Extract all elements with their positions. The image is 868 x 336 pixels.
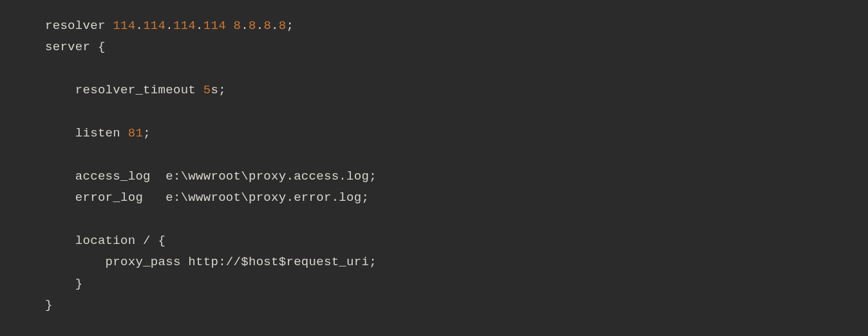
token-dot: . xyxy=(196,19,203,33)
token-dot: . xyxy=(241,19,249,33)
code-line-13: } xyxy=(45,277,83,291)
token-text: proxy_pass http://$host$request_uri; xyxy=(45,255,377,269)
token-text: s; xyxy=(211,83,225,97)
token-number: 114 xyxy=(143,19,165,33)
token-brace: } xyxy=(45,277,83,291)
token-text: server { xyxy=(45,40,106,54)
token-number: 81 xyxy=(128,126,143,140)
token-text: error_log e:\wwwroot\proxy.error.log; xyxy=(45,191,369,205)
token-directive: resolver xyxy=(45,19,113,33)
token-dot: . xyxy=(271,19,279,33)
token-dot: . xyxy=(256,19,264,33)
token-number: 114 xyxy=(113,19,135,33)
token-semicolon: ; xyxy=(287,19,294,33)
code-line-8: access_log e:\wwwroot\proxy.access.log; xyxy=(45,169,377,183)
token-number: 114 xyxy=(203,19,226,33)
code-line-2: server { xyxy=(45,40,106,54)
token-text: resolver_timeout xyxy=(45,83,203,97)
token-number: 5 xyxy=(203,83,211,97)
token-dot: . xyxy=(135,19,143,33)
token-brace: } xyxy=(45,298,53,312)
code-line-6: listen 81; xyxy=(45,126,151,140)
token-space xyxy=(226,19,234,33)
code-line-11: location / { xyxy=(45,234,165,248)
token-text: location / { xyxy=(45,234,165,248)
token-text: access_log e:\wwwroot\proxy.access.log; xyxy=(45,169,377,183)
code-line-12: proxy_pass http://$host$request_uri; xyxy=(45,255,377,269)
code-line-4: resolver_timeout 5s; xyxy=(45,83,226,97)
code-line-9: error_log e:\wwwroot\proxy.error.log; xyxy=(45,191,369,205)
code-line-14: } xyxy=(45,298,53,312)
token-number: 114 xyxy=(173,19,196,33)
token-number: 8 xyxy=(249,19,256,33)
token-number: 8 xyxy=(263,19,271,33)
token-dot: . xyxy=(165,19,173,33)
token-text: listen xyxy=(45,126,128,140)
token-number: 8 xyxy=(279,19,287,33)
code-block: resolver 114.114.114.114 8.8.8.8; server… xyxy=(0,0,868,317)
code-line-1: resolver 114.114.114.114 8.8.8.8; xyxy=(45,19,294,33)
token-number: 8 xyxy=(234,19,241,33)
token-semicolon: ; xyxy=(143,126,151,140)
